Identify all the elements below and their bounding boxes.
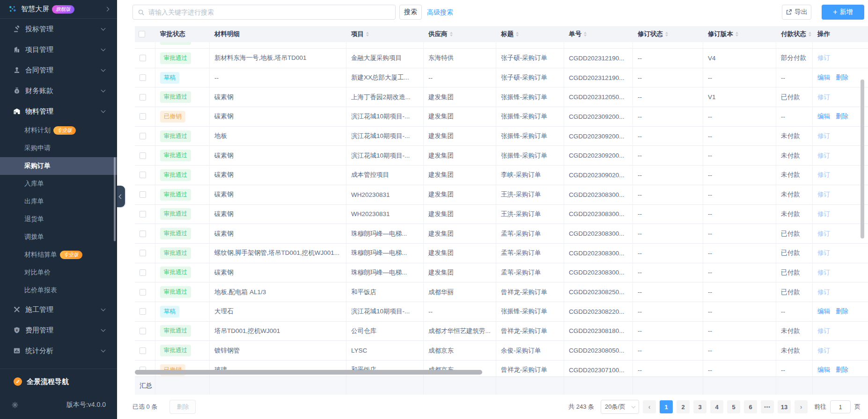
action-link[interactable]: 修订 — [817, 42, 830, 43]
row-checkbox[interactable] — [140, 308, 146, 315]
sort-icon[interactable] — [809, 32, 811, 36]
page-size-select[interactable]: 20条/页 — [601, 400, 639, 414]
action-link[interactable]: 修订 — [817, 132, 830, 140]
action-link[interactable]: 修订 — [817, 93, 830, 101]
column-header[interactable]: 修订版本 — [703, 26, 776, 42]
search-input[interactable] — [148, 8, 390, 16]
action-link[interactable]: 修订 — [817, 54, 830, 62]
action-link[interactable]: 修订 — [817, 288, 830, 296]
page-button-3[interactable]: 3 — [693, 400, 706, 413]
page-button-5[interactable]: 5 — [727, 400, 740, 413]
row-checkbox[interactable] — [140, 250, 146, 256]
action-link[interactable]: 修订 — [817, 347, 830, 355]
sidebar-subitem[interactable]: 材料结算单专业版 — [0, 246, 117, 264]
column-header[interactable]: 标题 — [496, 26, 564, 42]
page-button-1[interactable]: 1 — [660, 400, 673, 413]
sidebar-subitem[interactable]: 采购申请 — [0, 139, 117, 157]
gear-icon[interactable] — [11, 401, 19, 409]
sidebar-item-0[interactable]: 投标管理 — [0, 19, 117, 39]
row-checkbox[interactable] — [140, 113, 146, 120]
action-link[interactable]: 修订 — [817, 268, 830, 277]
sidebar-item-6[interactable]: ¥费用管理 — [0, 320, 117, 340]
sidebar-subitem[interactable]: 材料计划专业版 — [0, 122, 117, 139]
row-checkbox[interactable] — [140, 211, 146, 217]
sort-icon[interactable] — [516, 32, 519, 36]
vertical-scrollbar[interactable] — [861, 79, 864, 238]
sidebar-item-3[interactable]: ¥财务账款 — [0, 80, 117, 101]
page-button-13[interactable]: 13 — [778, 400, 791, 413]
row-checkbox[interactable] — [140, 55, 146, 61]
column-header[interactable]: 项目 — [346, 26, 424, 42]
flagship-version-badge: 旗舰版 — [52, 5, 74, 14]
project-cell: 和平饭店 — [346, 282, 424, 302]
action-link[interactable]: 修订 — [817, 230, 830, 238]
action-link[interactable]: 删除 — [836, 112, 848, 121]
action-link[interactable]: 删除 — [836, 366, 848, 374]
search-button[interactable]: 搜索 — [399, 5, 422, 20]
sort-icon[interactable] — [584, 32, 587, 36]
column-header[interactable]: 单号 — [564, 26, 633, 42]
sidebar-item-4[interactable]: 物料管理 — [0, 101, 117, 122]
goto-page-input[interactable] — [830, 400, 851, 413]
row-checkbox[interactable] — [140, 94, 146, 101]
page-button-4[interactable]: 4 — [710, 400, 723, 413]
row-checkbox[interactable] — [140, 269, 146, 276]
sidebar-subitem[interactable]: 对比单价 — [0, 264, 117, 282]
actions-cell: 修订 — [813, 282, 868, 302]
sidebar-scrollbar[interactable] — [114, 157, 116, 241]
add-button[interactable]: + 新增 — [822, 5, 864, 20]
advanced-search-link[interactable]: 高级搜索 — [427, 8, 453, 17]
sidebar-logo-item[interactable]: 智慧大屏 旗舰版 — [0, 0, 117, 19]
action-link[interactable]: 修订 — [817, 249, 830, 257]
action-link[interactable]: 编辑 — [817, 112, 830, 121]
sidebar-subitem[interactable]: 调拨单 — [0, 228, 117, 246]
sidebar-subitem[interactable]: 比价单报表 — [0, 282, 117, 299]
row-checkbox[interactable] — [140, 231, 146, 237]
select-all-checkbox[interactable] — [139, 31, 145, 37]
row-checkbox[interactable] — [140, 191, 146, 198]
prev-page-button[interactable]: ‹ — [643, 400, 656, 413]
export-button[interactable]: 导出 — [782, 5, 811, 20]
sort-icon[interactable] — [736, 32, 738, 36]
delete-button[interactable]: 删除 — [169, 400, 196, 414]
supplier-cell: 建发集团 — [424, 205, 496, 224]
column-header[interactable]: 付款状态 — [776, 26, 813, 42]
sidebar-subitem[interactable]: 退货单 — [0, 210, 117, 228]
sidebar-subitem[interactable]: 入库单 — [0, 175, 117, 193]
action-link[interactable]: 删除 — [836, 73, 848, 82]
column-header[interactable]: 修订状态 — [633, 26, 703, 42]
action-link[interactable]: 修订 — [817, 327, 830, 335]
action-link[interactable]: 修订 — [817, 210, 830, 218]
next-page-button[interactable]: › — [794, 400, 808, 413]
row-checkbox[interactable] — [140, 74, 146, 81]
action-link[interactable]: 修订 — [817, 190, 830, 199]
action-link[interactable]: 修订 — [817, 171, 830, 179]
action-link[interactable]: 删除 — [836, 307, 848, 316]
sort-icon[interactable] — [450, 32, 453, 36]
sidebar-item-2[interactable]: 合同管理 — [0, 60, 117, 80]
sidebar-collapse-handle[interactable] — [117, 186, 125, 207]
sort-icon[interactable] — [665, 32, 668, 36]
row-checkbox[interactable] — [140, 347, 146, 354]
page-button-6[interactable]: 6 — [744, 400, 757, 413]
column-header[interactable]: 供应商 — [424, 26, 496, 42]
page-button-2[interactable]: 2 — [677, 400, 690, 413]
sort-icon[interactable] — [366, 32, 369, 36]
action-link[interactable]: 编辑 — [817, 73, 830, 82]
sidebar-item-7[interactable]: 统计分析 — [0, 340, 117, 361]
sidebar-item-1[interactable]: 项目管理 — [0, 39, 117, 60]
sidebar-item-process-navigation[interactable]: 全景流程导航 — [0, 373, 117, 390]
action-link[interactable]: 编辑 — [817, 366, 830, 374]
page-button-•••[interactable]: ••• — [761, 400, 774, 413]
action-link[interactable]: 修订 — [817, 152, 830, 160]
sidebar-item-5[interactable]: 施工管理 — [0, 299, 117, 320]
row-checkbox[interactable] — [140, 172, 146, 178]
sidebar-subitem[interactable]: 出库单 — [0, 193, 117, 210]
action-link[interactable]: 编辑 — [817, 307, 830, 316]
row-checkbox[interactable] — [140, 133, 146, 139]
sidebar-subitem[interactable]: 采购订单 — [0, 157, 117, 175]
row-checkbox[interactable] — [140, 152, 146, 159]
row-checkbox[interactable] — [140, 289, 146, 296]
horizontal-scrollbar[interactable] — [135, 370, 482, 375]
row-checkbox[interactable] — [140, 328, 146, 334]
